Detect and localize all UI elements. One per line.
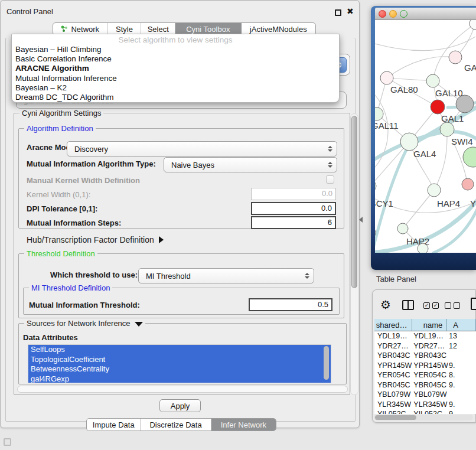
tab-network[interactable]: Network — [53, 23, 108, 35]
mi-type-combobox[interactable]: Naive Bayes — [164, 157, 337, 172]
algorithm-option[interactable]: Bayesian – K2 — [12, 83, 339, 93]
mi-threshold-field[interactable]: 0.5 — [249, 298, 332, 311]
network-node-gal80[interactable] — [380, 71, 393, 84]
attribute-item[interactable]: TopologicalCoefficient — [28, 355, 331, 365]
gear-icon[interactable]: ⚙ — [380, 298, 391, 312]
close-icon[interactable]: ✖ — [347, 6, 354, 16]
table-row[interactable]: YBL079WYBL079W — [374, 390, 476, 400]
panel-divider-handle[interactable] — [359, 217, 363, 223]
tab-label: Cyni Toolbox — [186, 25, 230, 34]
manual-kernel-checkbox[interactable] — [326, 175, 334, 184]
table-row[interactable]: YDR27…YDR27…12 — [374, 341, 476, 351]
table-cell: YDL19… — [374, 332, 412, 340]
algorithm-option[interactable]: Mutual Information Inference — [12, 74, 339, 83]
table-row[interactable]: YBR045CYBR045C9. — [374, 380, 476, 390]
sources-group-title[interactable]: Sources for Network Inference — [24, 319, 145, 328]
table-hscrollbar-thumb[interactable] — [375, 415, 416, 420]
tab-discretize-data[interactable]: Discretize Data — [141, 419, 211, 431]
table-row[interactable]: YLR345WYLR345W9. — [374, 400, 476, 410]
attributes-scrollbar-thumb[interactable] — [324, 346, 329, 380]
kernel-width-field[interactable]: 0.0 — [251, 188, 336, 200]
tab-select[interactable]: Select — [141, 23, 175, 35]
sources-title-text: Sources for Network Inference — [27, 319, 131, 328]
mi-steps-label: Mutual Information Steps: — [27, 219, 121, 227]
tab-impute-data[interactable]: Impute Data — [87, 419, 141, 431]
table-row[interactable]: YIL052CYIL052C9. — [374, 409, 476, 414]
network-node[interactable] — [463, 147, 476, 167]
collapsed-arrow-icon — [159, 236, 164, 243]
table-cell: YBR043C — [374, 351, 412, 360]
settings-horizontal-scrollbar[interactable] — [17, 386, 348, 393]
column-header[interactable]: shared… — [374, 319, 412, 331]
attribute-item[interactable]: BetweennessCentrality — [28, 364, 331, 374]
network-window-titlebar[interactable] — [375, 8, 476, 20]
table-cell: YPR145W — [412, 361, 448, 370]
tab-cyni-toolbox[interactable]: Cyni Toolbox — [175, 23, 242, 35]
column-header[interactable]: name — [412, 319, 448, 331]
algorithm-option[interactable]: Dream8 DC_TDC Algorithm — [12, 93, 339, 102]
which-threshold-combobox[interactable]: MI Threshold — [138, 268, 314, 283]
table-body: YDL19…YDL19…13YDR27…YDR27…12YBR043CYBR04… — [374, 331, 476, 414]
network-node[interactable] — [470, 20, 476, 30]
tab-infer-network[interactable]: Infer Network — [211, 419, 276, 431]
settings-scrollbar-thumb[interactable] — [351, 116, 357, 288]
mi-steps-field[interactable]: 6 — [251, 216, 336, 229]
checked-box-icon: ✓ — [432, 302, 439, 309]
network-node-gal4[interactable] — [400, 133, 418, 151]
node-label: GAL — [464, 63, 476, 73]
table-cell: YBL079W — [412, 390, 448, 399]
data-attributes-label: Data Attributes — [23, 333, 78, 342]
table-cell: YDL19… — [412, 332, 448, 340]
document-icon[interactable] — [471, 298, 476, 310]
table-row[interactable]: YBR043CYBR043C — [374, 351, 476, 361]
attribute-item[interactable]: SelfLoops — [28, 345, 331, 355]
column-header[interactable]: A — [447, 319, 476, 331]
dpi-tolerance-field[interactable]: 0.0 — [251, 202, 336, 215]
close-traffic-light-icon[interactable] — [379, 10, 386, 18]
node-label: HAP2 — [406, 236, 429, 246]
expanded-arrow-icon — [135, 322, 143, 327]
network-node-y[interactable] — [462, 178, 474, 190]
tab-style[interactable]: Style — [108, 23, 142, 35]
aracne-mode-combobox[interactable]: Discovery — [67, 141, 337, 156]
network-node-gal1[interactable] — [431, 100, 445, 114]
table-row[interactable]: YDL19…YDL19…13 — [374, 331, 476, 341]
node-label: SWI4 — [451, 136, 473, 146]
network-node-gal[interactable] — [449, 51, 462, 64]
screen: Control Panel ✖ NetworkStyleSelectCyni T… — [0, 0, 476, 450]
network-node-gal10[interactable] — [426, 74, 439, 87]
algorithm-option[interactable]: Bayesian – Hill Climbing — [12, 45, 339, 54]
table-panel-title: Table Panel — [376, 275, 416, 283]
zoom-traffic-light-icon[interactable] — [400, 10, 407, 18]
minimized-panel-icon[interactable] — [4, 438, 11, 446]
table-row[interactable]: YPR145WYPR145W9. — [374, 361, 476, 371]
network-node-hap4[interactable] — [428, 184, 441, 197]
select-all-columns-icon[interactable]: ✓✓ — [423, 302, 439, 309]
tab-jactivemnodules[interactable]: jActiveMNodules — [242, 23, 315, 35]
hub-section-toggle[interactable]: Hub/Transcription Factor Definition — [27, 235, 164, 244]
tab-label: Style — [116, 25, 133, 34]
network-node-gcy1[interactable] — [375, 180, 376, 192]
table-cell: YDR27… — [374, 342, 412, 350]
network-canvas[interactable]: GALGAL80GAL10GAL1GAL11SWI4GAL4GCY1HAP4YH… — [375, 20, 476, 253]
bottom-tab-bar: Impute DataDiscretize DataInfer Network — [86, 418, 276, 431]
tab-label: Network — [71, 25, 99, 34]
unselect-all-columns-icon[interactable] — [445, 302, 460, 309]
node-label: Y — [470, 198, 476, 208]
table-cell: YPR145W — [374, 361, 412, 370]
algorithm-option[interactable]: Basic Correlation Inference — [12, 54, 339, 64]
algorithm-dropdown: Select algorithm to view settings Bayesi… — [11, 34, 340, 103]
network-node-hap2[interactable] — [397, 223, 408, 234]
algorithm-list: Bayesian – Hill ClimbingBasic Correlatio… — [12, 45, 339, 102]
minimize-traffic-light-icon[interactable] — [389, 10, 397, 18]
column-settings-icon[interactable] — [402, 300, 414, 310]
table-row[interactable]: YER054CYER054C8. — [374, 370, 476, 380]
table-cell: YBL079W — [374, 390, 412, 399]
node-label: GAL1 — [441, 113, 464, 123]
network-node-swi4[interactable] — [440, 122, 454, 136]
node-attribute-table: shared…nameA YDL19…YDL19…13YDR27…YDR27…1… — [374, 319, 476, 414]
attribute-item[interactable]: gal4RGexp — [28, 374, 331, 384]
algorithm-option[interactable]: ARACNE Algorithm — [12, 64, 339, 73]
float-window-icon[interactable] — [335, 9, 341, 16]
apply-button[interactable]: Apply — [159, 399, 201, 412]
